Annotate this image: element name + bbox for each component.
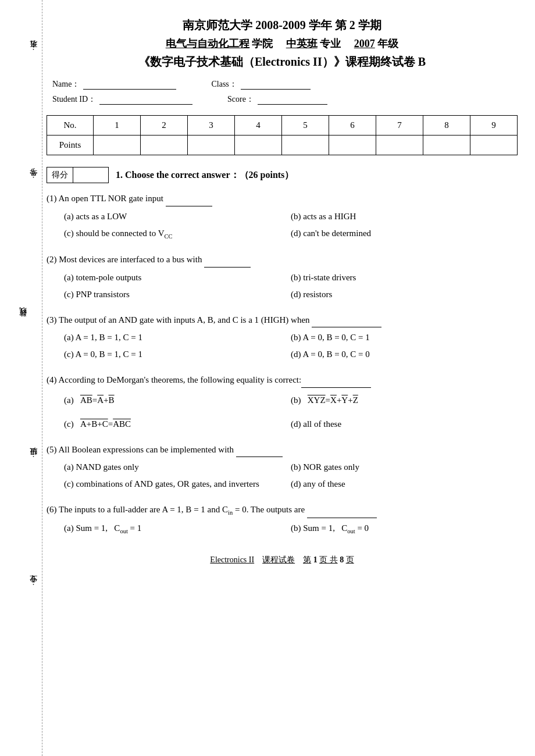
- q1-option-b: (b) acts as a HIGH: [291, 209, 518, 224]
- footer: Electronics II 课程试卷 第 1 页 共 8 页: [47, 555, 518, 571]
- section1-header: 得分 1. Choose the correct answer：（26 poin…: [47, 167, 518, 183]
- question-5: (5) All Boolean expressions can be imple…: [47, 443, 518, 493]
- q5-stem: (5) All Boolean expressions can be imple…: [47, 443, 518, 458]
- section1-title: 1. Choose the correct answer：（26 points）: [116, 169, 294, 181]
- q5-option-b: (b) NOR gates only: [291, 459, 518, 475]
- side-label-bindline: 装订线: [17, 320, 28, 323]
- q4-stem: (4) According to DeMorgan's theorems, th…: [47, 373, 518, 388]
- q5-option-a: (a) NAND gates only: [64, 459, 291, 475]
- q4-option-b: (b) XYZ=X+Y+Z: [291, 393, 518, 408]
- q4-blank: [301, 379, 371, 388]
- footer-text5: 页: [346, 555, 354, 564]
- q6-option-a: (a) Sum = 1, Cout = 1: [64, 520, 291, 537]
- score-table-col5: 5: [282, 116, 329, 135]
- q2-option-c: (c) PNP transistors: [64, 287, 291, 302]
- q3-options: (a) A = 1, B = 1, C = 1 (b) A = 0, B = 0…: [47, 330, 518, 362]
- footer-text4: 页 共: [319, 555, 338, 564]
- q1-stem: (1) An open TTL NOR gate input: [47, 191, 518, 206]
- score-field: Score：: [227, 94, 327, 105]
- score-label: Score：: [227, 94, 254, 105]
- q6-option-b: (b) Sum = 1, Cout = 0: [291, 520, 518, 537]
- q2-stem: (2) Most devices are interfaced to a bus…: [47, 252, 518, 268]
- q5-option-d: (d) any of these: [291, 476, 518, 492]
- form-fields: Name： Class： Student ID： Score：: [47, 79, 518, 105]
- score-box-value: [73, 173, 108, 177]
- q2-option-b: (b) tri-state drivers: [291, 270, 518, 286]
- q6-blank: [307, 509, 377, 518]
- question-1: (1) An open TTL NOR gate input (a) acts …: [47, 191, 518, 242]
- q1-option-a: (a) acts as a LOW: [64, 209, 291, 224]
- score-table-points-5: [282, 135, 329, 155]
- side-label-classname: 班名：: [28, 47, 38, 54]
- q2-option-a: (a) totem-pole outputs: [64, 270, 291, 286]
- header-zhuanye: 专业: [320, 38, 341, 49]
- dashed-line: [42, 0, 42, 756]
- q4a-bbar: B: [109, 395, 115, 405]
- score-table-col1: 1: [94, 116, 141, 135]
- q4c-abc: ABC: [113, 419, 131, 429]
- form-row-1: Name： Class：: [52, 79, 518, 90]
- question-2: (2) Most devices are interfaced to a bus…: [47, 252, 518, 302]
- score-table-points-label: Points: [47, 135, 94, 155]
- score-table-col7: 7: [376, 116, 423, 135]
- studentid-input-line: [99, 94, 192, 105]
- score-table-col3: 3: [188, 116, 235, 135]
- footer-total: 8: [340, 555, 344, 564]
- score-table-points-4: [235, 135, 282, 155]
- score-table-points-2: [141, 135, 188, 155]
- q3-stem: (3) The output of an AND gate with input…: [47, 313, 518, 328]
- q4a-abar: A: [97, 395, 104, 405]
- q4-option-d: (d) all of these: [291, 416, 518, 432]
- header-line3: 《数字电子技术基础（Electronics II）》课程期终试卷 B: [47, 54, 518, 70]
- q4c-expr: A+B+C=ABC: [80, 416, 131, 432]
- name-field: Name：: [52, 79, 176, 90]
- form-row-2: Student ID： Score：: [52, 94, 518, 105]
- q1-option-c: (c) should be connected to VCC: [64, 226, 291, 243]
- score-input-line: [258, 94, 327, 105]
- header-class: 中英班: [286, 38, 318, 49]
- question-3: (3) The output of an AND gate with input…: [47, 313, 518, 363]
- q3-option-d: (d) A = 0, B = 0, C = 0: [291, 347, 518, 362]
- q3-option-a: (a) A = 1, B = 1, C = 1: [64, 330, 291, 345]
- q2-blank: [204, 258, 251, 268]
- q5-options: (a) NAND gates only (b) NOR gates only (…: [47, 459, 518, 492]
- name-label: Name：: [52, 79, 80, 90]
- q2-options: (a) totem-pole outputs (b) tri-state dri…: [47, 270, 518, 302]
- score-table-points-row: Points: [47, 135, 518, 155]
- main-content: 南京师范大学 2008-2009 学年 第 2 学期 电气与自动化工程 学院 中…: [47, 0, 518, 571]
- q5-blank: [236, 448, 283, 457]
- q6-stem: (6) The inputs to a full-adder are A = 1…: [47, 502, 518, 518]
- header-suffix: 年级: [377, 38, 398, 49]
- class-input-line: [241, 79, 311, 90]
- side-labels: 班名： 学号： 装订线 班级： 专业：: [0, 0, 44, 756]
- score-box-label: 得分: [47, 167, 73, 183]
- header-line2: 电气与自动化工程 学院 中英班 专业 2007 年级: [47, 37, 518, 51]
- score-table-col6: 6: [329, 116, 376, 135]
- side-label-class: 班级：: [28, 454, 38, 461]
- score-table-col9: 9: [470, 116, 518, 135]
- score-table: No. 1 2 3 4 5 6 7 8 9 Points: [47, 115, 518, 155]
- q4-option-a: (a) AB=A+B: [64, 393, 291, 408]
- q4-options: (a) AB=A+B (b) XYZ=X+Y+Z (c) A+B+C=ABC (…: [47, 393, 518, 432]
- studentid-label: Student ID：: [52, 94, 96, 105]
- q3-option-b: (b) A = 0, B = 0, C = 1: [291, 330, 518, 345]
- q4b-expr: XYZ: [308, 393, 326, 408]
- name-input-line: [83, 79, 176, 90]
- footer-text3: 第: [303, 555, 311, 564]
- score-table-col4: 4: [235, 116, 282, 135]
- score-box: 得分: [47, 167, 109, 183]
- score-table-points-1: [94, 135, 141, 155]
- question-4: (4) According to DeMorgan's theorems, th…: [47, 373, 518, 432]
- q1-option-d: (d) can't be determined: [291, 226, 518, 243]
- header-xiyuan: 学院: [252, 38, 273, 49]
- question-6: (6) The inputs to a full-adder are A = 1…: [47, 502, 518, 537]
- q3-option-c: (c) A = 0, B = 1, C = 1: [64, 347, 291, 362]
- score-table-points-8: [423, 135, 470, 155]
- score-table-col2: 2: [141, 116, 188, 135]
- score-table-col8: 8: [423, 116, 470, 135]
- side-label-studentid: 学号：: [28, 174, 38, 182]
- header-line1: 南京师范大学 2008-2009 学年 第 2 学期: [47, 17, 518, 33]
- q4a-expr: AB: [80, 393, 92, 408]
- score-table-points-6: [329, 135, 376, 155]
- footer-page: 1: [313, 555, 318, 564]
